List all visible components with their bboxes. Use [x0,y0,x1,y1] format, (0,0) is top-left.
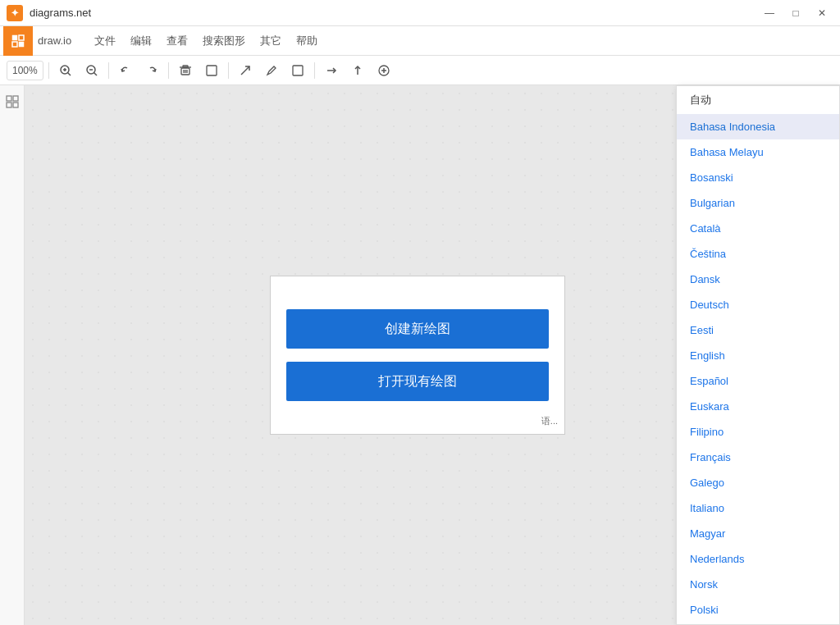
maximize-button[interactable]: □ [784,2,807,25]
pen-button[interactable] [260,59,283,82]
svg-line-6 [67,72,71,75]
window-controls: — □ ✕ [758,2,833,25]
svg-rect-1 [12,35,17,40]
small-text: 语... [541,415,558,427]
draw-io-label: draw.io [38,34,71,47]
title-bar: ✦ diagrams.net — □ ✕ [0,0,840,26]
lang-item-7[interactable]: Dansk [677,267,839,292]
app-name: diagrams.net [30,7,758,19]
separator-4 [228,62,229,79]
sidebar-shapes-icon[interactable] [2,92,22,112]
menu-bar: draw.io 文件 编辑 查看 搜索图形 其它 帮助 [0,26,840,56]
lang-item-8[interactable]: Deutsch [677,292,839,317]
menu-view[interactable]: 查看 [160,30,194,52]
svg-rect-27 [13,96,18,101]
svg-rect-28 [7,103,11,107]
app-icon: ✦ [7,5,23,21]
lang-item-10[interactable]: English [677,343,839,368]
menu-edit[interactable]: 编辑 [124,30,158,52]
lang-item-13[interactable]: Filipino [677,419,839,445]
menu-file[interactable]: 文件 [88,30,122,52]
lang-item-1[interactable]: Bahasa Indonesia [677,114,839,139]
left-sidebar [0,85,25,625]
svg-rect-4 [19,42,24,47]
menu-help[interactable]: 帮助 [290,30,324,52]
lang-item-19[interactable]: Norsk [677,572,839,597]
lang-item-20[interactable]: Polski [677,597,839,623]
separator-2 [108,62,109,79]
add-button[interactable] [372,59,395,82]
app-logo [3,26,33,56]
arrow-button[interactable] [234,59,257,82]
svg-rect-29 [13,103,18,107]
create-new-button[interactable]: 创建新绘图 [286,309,549,349]
lang-item-9[interactable]: Eesti [677,317,839,343]
lang-item-11[interactable]: Español [677,368,839,394]
undo-button[interactable] [114,59,137,82]
menu-other[interactable]: 其它 [253,30,288,52]
menu-search[interactable]: 搜索图形 [196,30,252,52]
delete-button[interactable] [174,59,197,82]
lang-item-18[interactable]: Nederlands [677,546,839,572]
lang-item-3[interactable]: Bosanski [677,165,839,190]
start-dialog: 创建新绘图 打开现有绘图 语... [270,276,565,435]
language-dropdown[interactable]: 自动Bahasa IndonesiaBahasa MelayuBosanskiB… [676,85,840,625]
lang-item-0[interactable]: 自动 [677,86,839,114]
zoom-out-button[interactable] [80,59,103,82]
lang-item-17[interactable]: Magyar [677,521,839,546]
text-button[interactable] [286,59,309,82]
svg-rect-26 [7,96,11,101]
svg-rect-17 [183,66,188,67]
lang-item-16[interactable]: Italiano [677,495,839,521]
toolbar: 100% [0,56,840,85]
lang-item-2[interactable]: Bahasa Melayu [677,139,839,165]
svg-rect-20 [293,66,303,75]
main-area: 创建新绘图 打开现有绘图 语... 自动Bahasa IndonesiaBaha… [0,85,840,625]
separator-1 [48,62,49,79]
redo-button[interactable] [140,59,163,82]
separator-5 [314,62,315,79]
close-button[interactable]: ✕ [810,2,833,25]
lang-item-5[interactable]: Català [677,216,839,241]
zoom-in-button[interactable] [54,59,77,82]
svg-rect-18 [207,66,217,75]
separator-3 [168,62,169,79]
lang-item-6[interactable]: Čeština [677,241,839,267]
layout-button[interactable] [346,59,369,82]
svg-line-19 [241,66,249,75]
open-existing-button[interactable]: 打开现有绘图 [286,362,549,401]
lang-item-15[interactable]: Galego [677,470,839,495]
lang-item-4[interactable]: Bulgarian [677,190,839,216]
lang-item-14[interactable]: Français [677,445,839,470]
connect-button[interactable] [320,59,343,82]
zoom-display: 100% [7,61,43,80]
zoom-value: 100% [12,65,38,76]
shape-button[interactable] [200,59,223,82]
lang-item-12[interactable]: Euskara [677,394,839,419]
svg-line-10 [94,72,97,75]
minimize-button[interactable]: — [758,2,781,25]
